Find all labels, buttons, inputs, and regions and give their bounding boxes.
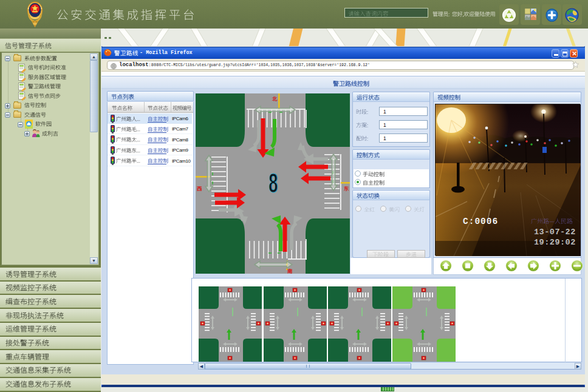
svg-text:13-07-22: 13-07-22 [534,228,576,237]
svg-text:8: 8 [268,168,278,198]
svg-text:19:29:02: 19:29:02 [534,238,576,247]
svg-text:C:0006: C:0006 [463,217,498,226]
